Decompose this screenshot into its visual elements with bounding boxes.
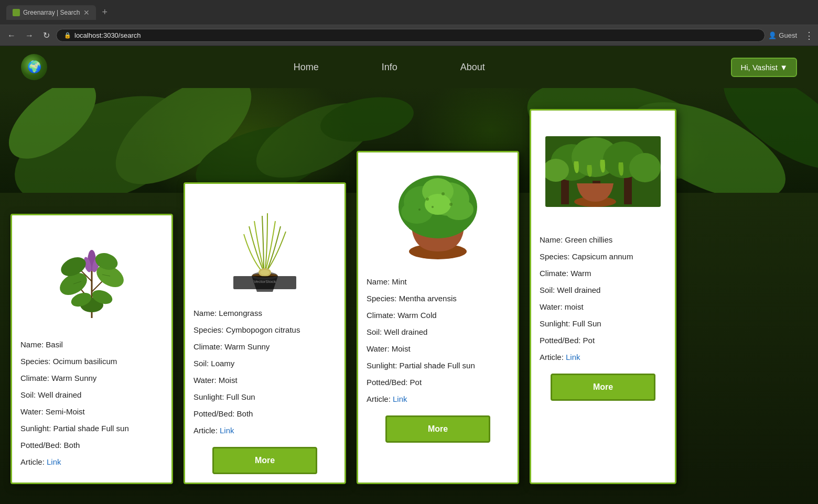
chillies-info: Name: Green chillies Species: Capsicum a… bbox=[540, 232, 666, 365]
nav-info[interactable]: Info bbox=[382, 62, 397, 73]
reload-button[interactable]: ↻ bbox=[40, 28, 53, 42]
cards-container: Name: Basil Species: Ocimum basilicum Cl… bbox=[0, 203, 818, 495]
tab-title: Greenarray | Search bbox=[23, 9, 80, 16]
lemongrass-species: Species: Cymbopogon citratus bbox=[193, 322, 336, 338]
profile-area[interactable]: 👤 Guest bbox=[768, 31, 797, 39]
lemongrass-name: Name: Lemongrass bbox=[193, 305, 336, 321]
mint-potted: Potted/Bed: Pot bbox=[367, 375, 509, 390]
address-bar[interactable]: 🔒 localhost:3030/search bbox=[56, 29, 765, 42]
mint-more-button[interactable]: More bbox=[385, 415, 490, 443]
lemongrass-more-button[interactable]: More bbox=[212, 447, 317, 474]
lemongrass-water: Water: Moist bbox=[193, 372, 336, 388]
basil-sunlight: Sunlight: Partial shade Full sun bbox=[20, 421, 163, 436]
tab-close-button[interactable]: ✕ bbox=[83, 8, 90, 17]
profile-icon: 👤 bbox=[768, 31, 777, 39]
lemongrass-article: Article: Link bbox=[193, 423, 336, 439]
plant-card-mint: Name: Mint Species: Mentha arvensis Clim… bbox=[357, 151, 519, 484]
forward-button[interactable]: → bbox=[22, 29, 37, 42]
nav-home[interactable]: Home bbox=[294, 62, 319, 73]
browser-nav-bar: ← → ↻ 🔒 localhost:3030/search 👤 Guest ⋮ bbox=[0, 25, 818, 46]
mint-climate: Climate: Warm Cold bbox=[367, 308, 509, 323]
menu-icon[interactable]: ⋮ bbox=[804, 30, 814, 41]
mint-name: Name: Mint bbox=[367, 274, 509, 290]
chillies-climate: Climate: Warm bbox=[540, 266, 666, 281]
mint-photo bbox=[380, 165, 496, 262]
basil-article: Article: Link bbox=[20, 454, 163, 470]
app-nav: Home Info About bbox=[47, 62, 731, 73]
chillies-article: Article: Link bbox=[540, 349, 666, 365]
lock-icon: 🔒 bbox=[64, 32, 71, 39]
mint-article: Article: Link bbox=[367, 391, 509, 407]
lemongrass-climate: Climate: Warm Sunny bbox=[193, 339, 336, 355]
lemongrass-article-link[interactable]: Link bbox=[220, 426, 234, 435]
logo-emoji: 🌍 bbox=[27, 60, 41, 74]
svg-point-44 bbox=[418, 209, 421, 211]
svg-point-40 bbox=[426, 198, 429, 201]
plant-card-green-chillies: Name: Green chillies Species: Capsicum a… bbox=[530, 109, 676, 484]
lemongrass-potted: Potted/Bed: Both bbox=[193, 406, 336, 422]
chillies-name: Name: Green chillies bbox=[540, 232, 666, 248]
mint-water: Water: Moist bbox=[367, 341, 509, 357]
basil-name: Name: Basil bbox=[20, 337, 163, 353]
svg-point-41 bbox=[442, 192, 445, 195]
chillies-more-button[interactable]: More bbox=[551, 374, 655, 401]
basil-soil: Soil: Well drained bbox=[20, 387, 163, 403]
tab-favicon bbox=[13, 9, 20, 16]
mint-soil: Soil: Well drained bbox=[367, 324, 509, 340]
cards-section: Name: Basil Species: Ocimum basilicum Cl… bbox=[0, 193, 818, 504]
svg-rect-48 bbox=[624, 176, 632, 204]
chillies-soil: Soil: Well drained bbox=[540, 282, 666, 298]
mint-article-link[interactable]: Link bbox=[393, 395, 407, 403]
basil-water: Water: Semi-Moist bbox=[20, 404, 163, 420]
svg-point-43 bbox=[449, 203, 453, 206]
mint-species: Species: Mentha arvensis bbox=[367, 291, 509, 306]
lemongrass-sunlight: Sunlight: Full Sun bbox=[193, 389, 336, 405]
svg-point-42 bbox=[432, 206, 434, 208]
basil-article-link[interactable]: Link bbox=[47, 457, 61, 466]
svg-point-53 bbox=[629, 153, 661, 182]
lemongrass-image-container: VectorStock bbox=[193, 192, 336, 297]
basil-species: Species: Ocimum basilicum bbox=[20, 354, 163, 369]
chillies-species: Species: Capsicum annum bbox=[540, 249, 666, 265]
new-tab-button[interactable]: + bbox=[102, 7, 108, 18]
svg-point-39 bbox=[425, 194, 451, 215]
basil-info: Name: Basil Species: Ocimum basilicum Cl… bbox=[20, 337, 163, 470]
mint-image-container bbox=[367, 161, 509, 266]
back-button[interactable]: ← bbox=[4, 29, 19, 42]
basil-climate: Climate: Warm Sunny bbox=[20, 370, 163, 386]
app-logo: 🌍 bbox=[21, 54, 47, 80]
lemongrass-soil: Soil: Loamy bbox=[193, 356, 336, 371]
lemongrass-illustration: VectorStock bbox=[218, 195, 312, 294]
user-menu-button[interactable]: Hi, Vashist ▼ bbox=[731, 58, 797, 77]
svg-rect-46 bbox=[561, 178, 569, 204]
chillies-article-link[interactable]: Link bbox=[566, 353, 580, 361]
mint-sunlight: Sunlight: Partial shade Full sun bbox=[367, 358, 509, 374]
app-header: 🌍 Home Info About Hi, Vashist ▼ bbox=[0, 46, 818, 88]
profile-label: Guest bbox=[779, 31, 797, 39]
browser-tab[interactable]: Greenarray | Search ✕ bbox=[6, 5, 96, 20]
chillies-photo bbox=[545, 136, 661, 207]
chillies-image-container bbox=[540, 119, 666, 224]
basil-illustration bbox=[50, 229, 134, 323]
basil-image-container bbox=[20, 224, 163, 328]
basil-potted: Potted/Bed: Both bbox=[20, 437, 163, 453]
chillies-sunlight: Sunlight: Full Sun bbox=[540, 316, 666, 332]
chillies-potted: Potted/Bed: Pot bbox=[540, 333, 666, 348]
chillies-water: Water: moist bbox=[540, 299, 666, 315]
mint-info: Name: Mint Species: Mentha arvensis Clim… bbox=[367, 274, 509, 407]
plant-card-basil: Name: Basil Species: Ocimum basilicum Cl… bbox=[10, 214, 173, 484]
svg-text:VectorStock: VectorStock bbox=[254, 279, 277, 284]
svg-point-28 bbox=[260, 270, 270, 275]
plant-card-lemongrass: VectorStock Name: Lemongrass Species: Cy… bbox=[184, 182, 346, 484]
nav-about[interactable]: About bbox=[460, 62, 485, 73]
browser-chrome: Greenarray | Search ✕ + bbox=[0, 0, 818, 25]
lemongrass-info: Name: Lemongrass Species: Cymbopogon cit… bbox=[193, 305, 336, 439]
address-text: localhost:3030/search bbox=[74, 31, 141, 39]
